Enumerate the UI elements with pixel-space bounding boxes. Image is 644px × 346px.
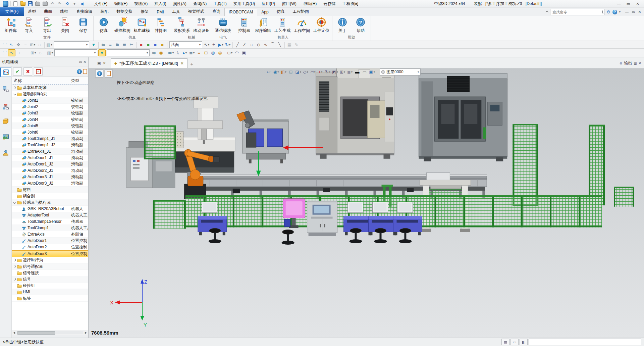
- view-cube-icon[interactable]: ▱▾: [310, 68, 316, 76]
- save-icon[interactable]: [28, 1, 33, 6]
- user-manager-icon[interactable]: [1, 148, 10, 157]
- panel-float-icon[interactable]: ▭: [79, 60, 82, 64]
- menu-item-12[interactable]: 工程协同: [339, 0, 361, 7]
- ribbon-button-0-0[interactable]: 组件库: [2, 17, 19, 34]
- doc-close-icon[interactable]: ✕: [103, 61, 106, 65]
- tree-row-7[interactable]: Joint6铰链副: [12, 129, 88, 136]
- doc-close-button[interactable]: ✕: [637, 9, 643, 14]
- menu-item-7[interactable]: 实用工具(U): [230, 0, 258, 7]
- ribbon-button-2-0[interactable]: 装配关系: [172, 17, 191, 34]
- new-file-icon[interactable]: [13, 1, 18, 6]
- tree-row-9[interactable]: ToolClamp1_J2滑动副: [12, 142, 88, 148]
- menu-item-6[interactable]: 工具(T): [210, 0, 229, 7]
- align-middle-icon[interactable]: ≞: [114, 42, 121, 48]
- command-search[interactable]: [550, 9, 604, 15]
- draw-line2-icon[interactable]: ╲: [276, 42, 283, 48]
- triad-axis-icon[interactable]: +▾: [317, 68, 324, 76]
- menu-item-8[interactable]: 应用(P): [259, 0, 278, 7]
- tree-row-5[interactable]: Joint4铰链副: [12, 116, 88, 123]
- new-tab-button[interactable]: +: [187, 59, 196, 68]
- play-orbit-icon[interactable]: ↻▾: [224, 42, 231, 48]
- scene-view-icon[interactable]: [1, 132, 10, 142]
- tab-close-icon[interactable]: ✕: [180, 61, 184, 66]
- ribbon-button-2-1[interactable]: 移动设备: [192, 17, 211, 34]
- ribbon-tab-8[interactable]: PMI: [153, 8, 168, 16]
- panel-grid-icon[interactable]: ▣: [240, 50, 247, 56]
- draw-circle-icon[interactable]: ○: [248, 42, 255, 48]
- ribbon-tab-2[interactable]: 曲面: [40, 7, 56, 16]
- wireframe-cube-icon[interactable]: ◇▾: [302, 68, 309, 76]
- ribbon-button-1-0[interactable]: 仿真: [95, 17, 112, 34]
- grid-plus-icon[interactable]: ⊞▾: [29, 42, 36, 48]
- document-tab[interactable]: + *多工序加工成功.Z3 - [Default] ✕: [111, 58, 187, 68]
- tree-row-10[interactable]: ExtraAxis_J1滑动副: [12, 148, 88, 155]
- tree-row-3[interactable]: Joint2铰链副: [12, 104, 88, 110]
- play-forward-icon[interactable]: ▶▾: [217, 42, 224, 48]
- tree-row-22[interactable]: ToolClamp1机器人工具: [12, 225, 88, 231]
- list-lines-icon[interactable]: ≣▾: [189, 50, 195, 56]
- sketch-doc-button[interactable]: [105, 69, 113, 78]
- flowchart-manager-icon[interactable]: [1, 102, 10, 111]
- edit-doc-icon[interactable]: [83, 69, 87, 74]
- lasso-icon[interactable]: ◌: [36, 42, 43, 48]
- ribbon-button-4-1[interactable]: 程序编辑: [254, 17, 272, 34]
- panel-close-icon[interactable]: ✕: [84, 60, 86, 64]
- ribbon-tab-11[interactable]: 查询: [208, 7, 224, 16]
- play-small-icon[interactable]: ▸▾: [181, 50, 188, 56]
- ribbon-tab-1[interactable]: 造型: [24, 7, 40, 16]
- safety-fence-far-right[interactable]: [589, 125, 605, 205]
- draw-spline-icon[interactable]: ∿: [262, 42, 269, 48]
- tree-row-23[interactable]: ExtraAxis外部轴: [12, 231, 88, 238]
- tree-row-19[interactable]: GSK_RB20A3Robot机器人: [12, 206, 88, 212]
- apply-checkbox-button[interactable]: ✓: [34, 67, 43, 76]
- grip-icon[interactable]: ⋮⋮: [1, 42, 8, 48]
- tree-row-15[interactable]: AutoDoor3_J2滑动副: [12, 180, 88, 187]
- cancel-button[interactable]: ✖: [23, 67, 32, 76]
- tree-row-32[interactable]: HMI: [12, 289, 88, 295]
- align-top-icon[interactable]: ≡: [107, 42, 114, 48]
- doc-restore-button[interactable]: ▭: [630, 9, 636, 14]
- tree-row-6[interactable]: Joint5铰链副: [12, 123, 88, 129]
- minimize-button[interactable]: —: [614, 1, 623, 7]
- zw3d-logo-icon[interactable]: [3, 1, 8, 6]
- grid-snap-icon[interactable]: ▦: [501, 339, 509, 345]
- ribbon-button-5-1[interactable]: ?帮助: [352, 17, 369, 34]
- expander-icon[interactable]: [12, 93, 17, 95]
- tree-row-28[interactable]: 信号适配器: [12, 263, 88, 270]
- send-to-back-icon[interactable]: ⊟: [287, 68, 294, 76]
- tree-row-30[interactable]: 信号: [12, 276, 88, 283]
- ribbon-button-1-1[interactable]: 碰撞检测: [113, 17, 132, 34]
- redo-icon[interactable]: ↷: [57, 1, 62, 6]
- tree-row-21[interactable]: ToolClamp1Sensor传感器: [12, 218, 88, 225]
- ribbon-tab-7[interactable]: 修复: [137, 7, 153, 16]
- spin-view-icon[interactable]: ↻▾: [324, 68, 331, 76]
- tree-row-13[interactable]: AutoDoor2_J1滑动副: [12, 167, 88, 174]
- grip-icon[interactable]: ⋮⋮: [1, 50, 8, 56]
- tree-row-24[interactable]: AutoDoor1位置控制: [12, 238, 88, 244]
- help-dropdown-icon[interactable]: ▾: [619, 10, 621, 13]
- search-input[interactable]: [552, 10, 601, 14]
- material-cube-icon[interactable]: ▣▾: [369, 68, 375, 76]
- ribbon-button-0-3[interactable]: 关闭: [56, 17, 74, 34]
- visibility-eye-icon[interactable]: ◉▾: [273, 68, 279, 76]
- return-arrow-icon[interactable]: ↩: [265, 68, 272, 76]
- ribbon-button-3-0[interactable]: 通信模块: [214, 17, 232, 34]
- confirm-button[interactable]: ✔: [13, 67, 22, 76]
- appearance-palette-icon[interactable]: ◧: [520, 339, 528, 345]
- combo-empty-wide2[interactable]: ▾: [107, 49, 150, 56]
- safety-fence-left[interactable]: [144, 126, 176, 159]
- draw-circle-center-icon[interactable]: ⊙: [255, 42, 262, 48]
- pick-arrow-icon[interactable]: ↖▾: [203, 42, 210, 48]
- grid-display-gray-icon[interactable]: ▦: [286, 42, 293, 48]
- draw-arc-icon[interactable]: ⌒: [269, 42, 276, 48]
- menu-item-9[interactable]: 窗口(W): [279, 0, 299, 7]
- tree-row-12[interactable]: AutoDoor1_J2滑动副: [12, 161, 88, 167]
- plus-icon[interactable]: +: [16, 50, 22, 56]
- circle-dot-icon[interactable]: ⊙▾: [226, 50, 233, 56]
- gear-icon[interactable]: ⚙: [606, 9, 610, 14]
- display-mode-icon[interactable]: ▭: [511, 339, 519, 345]
- control-cabinet[interactable]: [307, 201, 337, 236]
- refresh-icon[interactable]: ⟲: [64, 1, 70, 6]
- tree-row-0[interactable]: 基本机电对象: [12, 85, 88, 91]
- user-icon[interactable]: ◉: [158, 50, 164, 56]
